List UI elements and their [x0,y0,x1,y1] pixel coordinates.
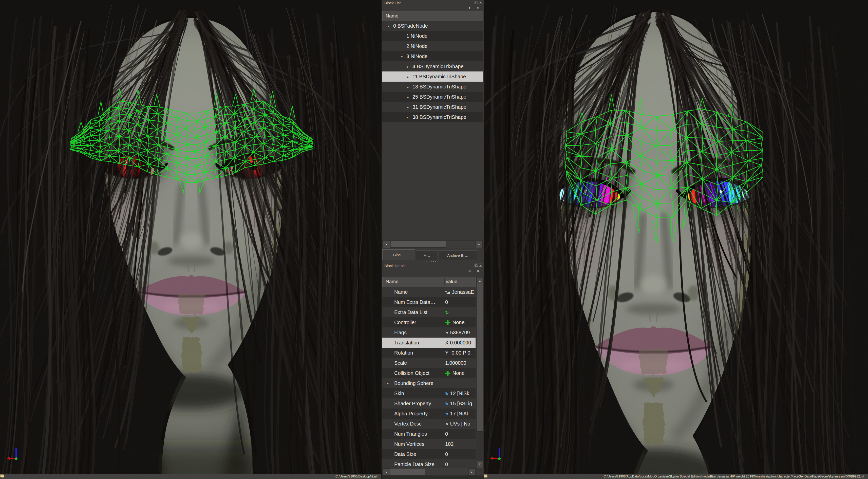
block-details-header[interactable]: Name Value [382,277,475,287]
details-row[interactable]: Shader Property↻15 [BSLig [382,398,475,409]
details-collapse-icon[interactable]: » [468,269,473,273]
tree-row[interactable]: ▸18 BSDynamicTriShape [382,82,483,92]
block-details-window-icons[interactable] [474,264,483,267]
details-row[interactable]: Collision Object✚None [382,368,475,378]
block-list-tree: ▾0 BSFadeNode 1 NiNode 2 NiNode ▾3 NiNod… [382,21,483,122]
expander-icon[interactable]: ▾ [385,21,392,31]
block-list-header-name: Name [385,11,399,21]
viewport-left[interactable]: C:/Users/81906/Desktop/i2.nif [0,0,381,479]
scrollbar-thumb[interactable] [391,241,446,248]
block-details-title: Block Details [384,264,406,268]
details-row[interactable]: Scale1.000000 [382,358,475,368]
tree-row[interactable]: ▾3 NiNode [382,51,483,61]
expander-icon[interactable]: ▸ [405,82,411,92]
details-row[interactable]: Alpha Property↻17 [NiAl [382,409,475,419]
tree-row[interactable]: ▸31 BSDynamicTriShape [382,102,483,112]
details-row-selected[interactable]: TranslationX 0.000000 [382,337,475,348]
details-hscrollbar[interactable]: ◂ ▸ [382,468,476,476]
splitter-handle[interactable]: ⋅⋅⋅⋅⋅⋅ [382,261,484,264]
tree-row[interactable]: 1 NiNode [382,31,483,41]
scroll-left-icon[interactable]: ◂ [383,241,390,248]
block-details-table: NameTxtJenassaE Num Extra Data…0 Extra D… [382,287,475,468]
flag-icon: ⚑ [445,331,448,335]
render-face-left [0,0,381,474]
expand-all-icon[interactable]: » [476,5,481,10]
block-list-hscrollbar[interactable]: ◂ ▸ [382,240,483,248]
details-vscrollbar[interactable]: ▲ ▼ [476,277,484,468]
details-row[interactable]: Extra Data List↻ [382,307,475,317]
details-header-name: Name [385,277,399,286]
plus-icon[interactable]: ✚ [445,319,451,327]
link-icon: ↻ [445,392,448,396]
scroll-up-icon[interactable]: ▲ [476,277,483,285]
tree-row[interactable]: ▸4 BSDynamicTriShape [382,61,483,71]
block-list-window-icons[interactable] [474,1,483,4]
details-row[interactable]: NameTxtJenassaE [382,287,475,297]
expander-icon[interactable]: ▾ [399,52,405,62]
expander-icon[interactable]: ▸ [405,113,411,123]
scrollbar-thumb[interactable] [477,284,483,431]
details-row[interactable]: Num Triangles0 [382,429,475,439]
details-row[interactable]: ▸Bounding Sphere [382,378,475,388]
tab-block-list[interactable]: Bloc… [382,249,415,260]
axis-gizmo [5,445,22,462]
collapse-all-icon[interactable]: » [468,5,473,10]
expander-icon[interactable]: ▸ [405,92,411,102]
expander-icon[interactable]: ▸ [405,62,411,72]
details-row[interactable]: Data Size0 [382,449,475,459]
link-icon: ↻ [445,412,448,416]
details-row[interactable]: RotationY -0.00 P 0. [382,348,475,358]
panel-bottom-strip [382,475,484,479]
details-row[interactable]: Flags⚑5368709 [382,327,475,337]
axis-gizmo-right [488,445,505,462]
scroll-down-icon[interactable]: ▼ [476,461,483,468]
flag-icon: ⚑ [445,422,448,426]
scroll-left-icon[interactable]: ◂ [383,468,390,475]
details-row[interactable]: Controller✚None [382,317,475,327]
plus-icon[interactable]: ✚ [445,369,451,378]
details-expand-icon[interactable]: » [476,269,481,273]
tree-row[interactable]: ▾0 BSFadeNode [382,21,483,31]
block-list-header[interactable]: Name [382,11,483,21]
details-row[interactable]: Num Extra Data…0 [382,297,475,307]
tab-header[interactable]: H… [416,250,438,260]
viewport-right[interactable]: C:/Users/81906/AppData/Local/ModOrganize… [483,0,868,479]
tree-row[interactable]: ▸38 BSDynamicTriShape [382,112,483,122]
expander-icon[interactable]: ▸ [385,378,391,388]
scroll-right-icon[interactable]: ▸ [475,241,483,248]
block-list-title: Block List [384,1,401,5]
tree-row[interactable]: 2 NiNode [382,41,483,51]
render-face-right [483,0,868,474]
scrollbar-thumb[interactable] [390,469,425,475]
tree-row[interactable]: ▸25 BSDynamicTriShape [382,92,483,102]
statusbar-right: C:/Users/81906/AppData/Local/ModOrganize… [483,474,868,479]
expander-icon[interactable]: ▸ [405,102,411,113]
details-row[interactable]: Num Vertices102 [382,439,475,449]
details-row[interactable]: Skin↻12 [NiSk [382,388,475,398]
panel-tabs: Bloc… H… Archive Br… [382,249,483,260]
file-path-right: C:/Users/81906/AppData/Local/ModOrganize… [603,475,864,478]
tab-archive-browser[interactable]: Archive Br… [439,250,477,260]
statusbar-left: C:/Users/81906/Desktop/i2.nif [0,474,381,479]
details-header-value: Value [445,277,457,286]
scroll-right-icon[interactable]: ▸ [468,468,475,475]
file-path-left: C:/Users/81906/Desktop/i2.nif [336,475,377,478]
refresh-icon: ↻ [445,310,449,315]
tree-row-selected[interactable]: ▸11 BSDynamicTriShape [382,71,483,82]
expander-icon[interactable]: ▸ [405,72,411,82]
details-row[interactable]: Particle Data Size0 [382,459,475,468]
details-row[interactable]: Vertex Desc⚑UVs | No [382,419,475,429]
txt-icon: Txt [445,291,450,295]
side-panel: Block List » » Name ▾0 BSFadeNode 1 NiNo… [381,0,484,479]
link-icon: ↻ [445,402,448,406]
